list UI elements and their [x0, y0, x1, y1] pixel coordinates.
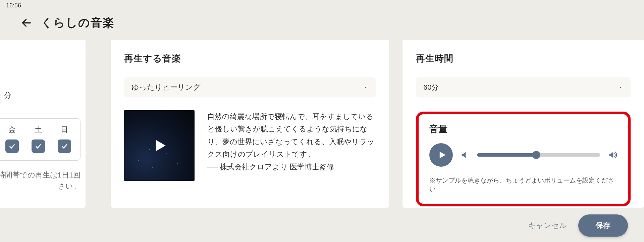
duration-volume-card: 再生時間 60分 音量 ※サンプルを聴きながら、ちょうどよいボリュームを設定くだ… [402, 40, 644, 208]
day-checkbox-sun[interactable] [58, 139, 71, 153]
cancel-button[interactable]: キャンセル [526, 217, 569, 234]
volume-low-icon [460, 150, 470, 160]
save-button[interactable]: 保存 [578, 214, 628, 237]
duration-section-title: 再生時間 [416, 52, 631, 65]
back-arrow-icon[interactable] [21, 17, 32, 29]
volume-block-highlight: 音量 ※サンプルを聴きながら、ちょうどよいボリュームを設定ください [416, 112, 631, 206]
day-selector: 金 土 日 [0, 118, 80, 161]
minute-select[interactable]: 0 [0, 86, 1, 105]
music-select[interactable]: ゆったりヒーリング [124, 77, 376, 97]
day-label-sun: 日 [61, 125, 68, 135]
play-icon [124, 110, 195, 181]
volume-slider-thumb[interactable] [532, 151, 540, 159]
page-title: くらしの音楽 [41, 15, 115, 31]
volume-slider[interactable] [477, 153, 600, 157]
time-settings-card: 時 0 分 金 土 日 時間帯での再生は1日 [0, 40, 86, 208]
music-select-value: ゆったりヒーリング [131, 82, 201, 92]
music-section-title: 再生する音楽 [124, 52, 376, 65]
minute-unit: 分 [4, 90, 11, 100]
volume-high-icon [608, 150, 617, 160]
volume-slider-fill [477, 153, 536, 157]
day-checkbox-sat[interactable] [32, 139, 45, 153]
volume-section-title: 音量 [429, 123, 617, 135]
volume-note: ※サンプルを聴きながら、ちょうどよいボリュームを設定ください [429, 176, 617, 194]
status-time: 16:56 [6, 2, 21, 9]
header: くらしの音楽 [21, 15, 115, 31]
chevron-down-icon [618, 85, 623, 90]
day-checkbox-fri[interactable] [5, 139, 19, 153]
music-thumbnail[interactable] [124, 110, 195, 181]
music-description: 自然の綺麗な場所で寝転んで、耳をすましていると優しい響きが聴こえてくるような気持… [207, 110, 376, 181]
chevron-down-icon [363, 85, 368, 90]
footer-actions: キャンセル 保存 [526, 214, 628, 237]
duration-select-value: 60分 [423, 82, 439, 92]
time-note: 時間帯での再生は1日1回 さい。 [0, 169, 80, 192]
day-label-sat: 土 [35, 125, 42, 135]
sample-play-button[interactable] [429, 143, 453, 167]
duration-select[interactable]: 60分 [416, 77, 631, 97]
music-select-card: 再生する音楽 ゆったりヒーリング 自然の綺麗な場所で寝転んで、耳をすましていると… [111, 40, 389, 208]
day-label-fri: 金 [8, 125, 16, 135]
